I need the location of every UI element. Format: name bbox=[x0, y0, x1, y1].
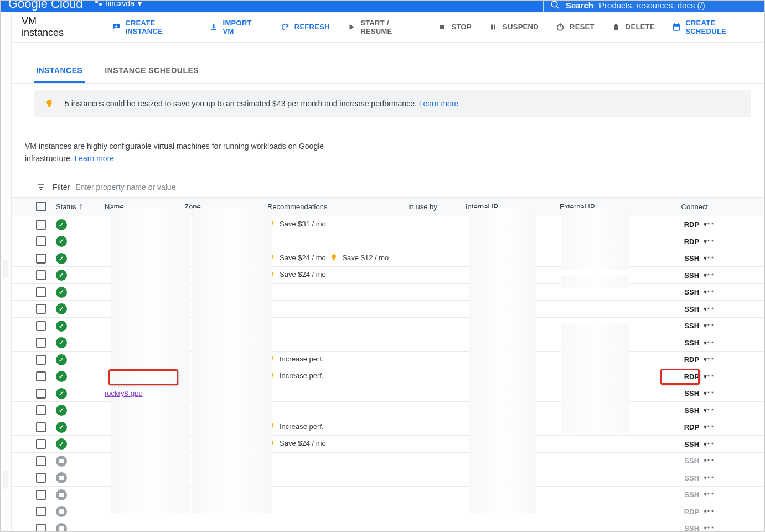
rail-handle[interactable] bbox=[3, 260, 8, 278]
logo: Google Cloud bbox=[8, 0, 83, 11]
desc-learn-more[interactable]: Learn more bbox=[74, 154, 114, 163]
row-menu-button[interactable]: ⋮ bbox=[708, 421, 710, 432]
row-checkbox[interactable] bbox=[36, 220, 46, 230]
row-menu-button[interactable]: ⋮ bbox=[708, 523, 710, 531]
svg-point-0 bbox=[551, 1, 557, 7]
recommendation[interactable]: Increase perf. bbox=[267, 371, 324, 381]
connect-ssh-button[interactable]: SSH ▼ bbox=[665, 440, 708, 448]
row-checkbox[interactable] bbox=[36, 405, 46, 415]
row-checkbox[interactable] bbox=[36, 236, 46, 246]
tabs: INSTANCES INSTANCE SCHEDULES bbox=[12, 57, 764, 84]
status-stopped-icon bbox=[56, 506, 67, 517]
row-checkbox[interactable] bbox=[36, 473, 46, 483]
stop-button[interactable]: STOP bbox=[437, 22, 472, 32]
connect-rdp-button[interactable]: RDP ▼ bbox=[665, 373, 708, 381]
row-menu-button[interactable]: ⋮ bbox=[708, 337, 710, 348]
connect-rdp-button[interactable]: RDP ▼ bbox=[665, 237, 708, 246]
row-menu-button[interactable]: ⋮ bbox=[708, 489, 710, 500]
connect-ssh-button[interactable]: SSH ▼ bbox=[665, 288, 708, 296]
row-menu-button[interactable]: ⋮ bbox=[708, 455, 710, 466]
col-inuse[interactable]: In use by bbox=[408, 203, 466, 211]
row-menu-button[interactable]: ⋮ bbox=[708, 270, 710, 281]
tab-instances[interactable]: INSTANCES bbox=[34, 66, 85, 83]
col-status[interactable]: Status ↑ bbox=[56, 202, 105, 211]
create-instance-button[interactable]: CREATE INSTANCE bbox=[111, 19, 192, 35]
connect-ssh-button[interactable]: SSH ▼ bbox=[665, 271, 708, 280]
row-checkbox[interactable] bbox=[36, 304, 46, 314]
row-menu-button[interactable]: ⋮ bbox=[708, 371, 710, 382]
row-menu-button[interactable]: ⋮ bbox=[708, 506, 710, 517]
row-menu-button[interactable]: ⋮ bbox=[708, 219, 710, 230]
refresh-button[interactable]: REFRESH bbox=[280, 22, 330, 32]
instance-name-link[interactable]: rockry8-gpu bbox=[105, 389, 143, 397]
row-menu-button[interactable]: ⋮ bbox=[708, 438, 710, 450]
row-checkbox[interactable] bbox=[36, 321, 46, 331]
row-checkbox[interactable] bbox=[36, 371, 46, 381]
recommendation[interactable]: Save $31 / mo bbox=[267, 219, 326, 229]
filter-input[interactable] bbox=[75, 183, 742, 192]
connect-ssh-button[interactable]: SSH ▼ bbox=[665, 254, 708, 262]
search-placeholder: Products, resources, docs (/) bbox=[599, 1, 705, 10]
row-checkbox[interactable] bbox=[36, 422, 46, 432]
row-menu-button[interactable]: ⋮ bbox=[708, 472, 710, 483]
recommendation[interactable]: Increase perf. bbox=[267, 421, 324, 431]
row-checkbox[interactable] bbox=[36, 456, 46, 466]
row-checkbox[interactable] bbox=[36, 439, 46, 449]
row-menu-button[interactable]: ⋮ bbox=[708, 320, 710, 331]
suspend-button[interactable]: SUSPEND bbox=[488, 22, 539, 32]
row-menu-button[interactable]: ⋮ bbox=[708, 286, 710, 297]
connect-rdp-button[interactable]: RDP ▼ bbox=[665, 355, 708, 364]
banner-learn-more[interactable]: Learn more bbox=[419, 99, 459, 108]
connect-ssh-button[interactable]: SSH ▼ bbox=[665, 305, 708, 313]
play-icon bbox=[347, 22, 356, 32]
bulb-icon bbox=[45, 98, 54, 109]
search-box[interactable]: Search Products, resources, docs (/) bbox=[543, 0, 764, 13]
row-checkbox[interactable] bbox=[36, 270, 46, 280]
recommendation[interactable]: Save $24 / mo bbox=[267, 438, 326, 448]
import-vm-button[interactable]: IMPORT VM bbox=[209, 19, 263, 35]
recommendation[interactable]: Save $24 / mo bbox=[267, 270, 326, 280]
reset-button[interactable]: RESET bbox=[555, 22, 595, 32]
project-selector[interactable]: linuxvda ▾ bbox=[95, 0, 142, 8]
col-recommendations[interactable]: Recommendations bbox=[267, 203, 408, 211]
row-checkbox[interactable] bbox=[36, 355, 46, 365]
connect-rdp-button[interactable]: RDP ▼ bbox=[665, 220, 708, 229]
connect-ssh-button[interactable]: SSH ▼ bbox=[665, 322, 708, 330]
recommendation[interactable]: Increase perf. bbox=[267, 354, 324, 364]
select-all-checkbox[interactable] bbox=[36, 202, 46, 211]
connect-ssh-button[interactable]: SSH ▼ bbox=[665, 406, 708, 415]
delete-button[interactable]: DELETE bbox=[611, 22, 655, 32]
row-menu-button[interactable]: ⋮ bbox=[708, 252, 710, 264]
status-stopped-icon bbox=[56, 456, 67, 467]
row-menu-button[interactable]: ⋮ bbox=[708, 303, 710, 314]
tab-schedules[interactable]: INSTANCE SCHEDULES bbox=[102, 66, 201, 83]
recommendation[interactable]: Save $24 / mo bbox=[267, 252, 326, 262]
row-checkbox[interactable] bbox=[36, 490, 46, 500]
status-running-icon: ✓ bbox=[56, 321, 67, 332]
connect-rdp-button[interactable]: RDP ▼ bbox=[665, 423, 708, 431]
row-menu-button[interactable]: ⋮ bbox=[708, 388, 710, 399]
row-checkbox[interactable] bbox=[36, 389, 46, 399]
chevron-down-icon: ▾ bbox=[138, 0, 142, 8]
recommendation-banner: 5 instances could be resized to save you… bbox=[34, 90, 751, 117]
row-menu-button[interactable]: ⋮ bbox=[708, 405, 710, 416]
redacted-zones bbox=[192, 208, 272, 513]
recommendation[interactable]: Save $12 / mo bbox=[330, 252, 389, 262]
row-menu-button[interactable]: ⋮ bbox=[708, 354, 710, 365]
rail-handle[interactable] bbox=[3, 470, 8, 489]
project-name: linuxvda bbox=[106, 0, 135, 8]
col-connect[interactable]: Connect bbox=[665, 203, 708, 211]
row-menu-button[interactable]: ⋮ bbox=[708, 236, 710, 247]
connect-ssh-button[interactable]: SSH ▼ bbox=[665, 389, 708, 397]
row-checkbox[interactable] bbox=[36, 524, 46, 531]
start-button[interactable]: START / RESUME bbox=[347, 19, 421, 35]
row-checkbox[interactable] bbox=[36, 338, 46, 348]
connect-ssh-button: SSH ▼ bbox=[665, 474, 708, 482]
row-checkbox[interactable] bbox=[36, 287, 46, 297]
row-checkbox[interactable] bbox=[36, 507, 46, 516]
row-checkbox[interactable] bbox=[36, 254, 46, 264]
table-row: SSH ▼ ⋮ bbox=[12, 520, 764, 531]
create-schedule-button[interactable]: CREATE SCHEDULE bbox=[671, 19, 756, 35]
top-bar: Google Cloud linuxvda ▾ Search Products,… bbox=[1, 1, 764, 12]
connect-ssh-button[interactable]: SSH ▼ bbox=[665, 339, 708, 347]
